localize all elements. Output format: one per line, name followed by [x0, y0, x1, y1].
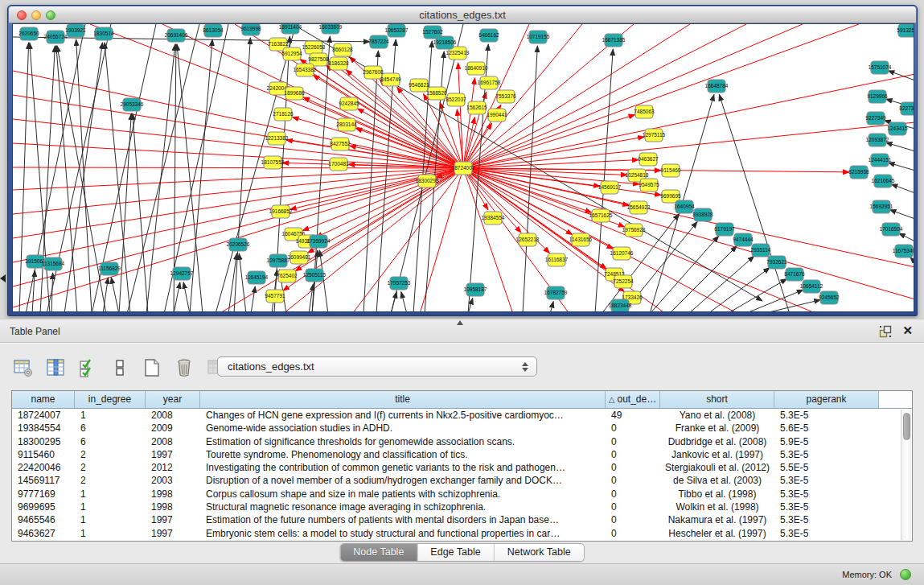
show-columns-icon[interactable]: [45, 357, 66, 378]
graph-node[interactable]: 16543382: [294, 64, 317, 76]
graph-node[interactable]: 5912954: [281, 47, 302, 60]
graph-node[interactable]: 11156829: [98, 262, 121, 275]
memory-ok-indicator-icon[interactable]: [900, 569, 911, 580]
graph-node[interactable]: 12213383: [265, 132, 289, 145]
graph-node[interactable]: 6466162: [478, 29, 499, 42]
table-row[interactable]: 1456911722003Disruption of a novel membe…: [12, 474, 912, 487]
graph-node[interactable]: 2935114: [751, 244, 771, 257]
table-row[interactable]: 911546021997Tourette syndrome. Phenomeno…: [12, 448, 912, 461]
table-row[interactable]: 946554611997Estimation of the future num…: [12, 513, 912, 526]
column-header-out_de[interactable]: △out_de…: [606, 391, 660, 408]
graph-node[interactable]: 10958187: [464, 283, 487, 296]
graph-node[interactable]: 8186328: [328, 57, 349, 70]
graph-node[interactable]: 11675340: [893, 245, 914, 257]
graph-node[interactable]: 18107552: [261, 156, 285, 169]
graph-node[interactable]: 10653287: [385, 24, 409, 37]
graph-node[interactable]: 17359924: [307, 235, 331, 248]
graph-node[interactable]: 1700481: [328, 158, 349, 171]
table-scrollbar-thumb[interactable]: [903, 413, 910, 440]
network-window-titlebar[interactable]: citations_edges.txt: [9, 6, 916, 23]
graph-node[interactable]: 9474444: [733, 233, 754, 246]
graph-node[interactable]: 1562615: [466, 101, 487, 114]
table-options-icon[interactable]: [13, 357, 34, 378]
graph-node[interactable]: 1640954: [674, 200, 695, 213]
tab-network-table[interactable]: Network Table: [495, 544, 584, 561]
table-row[interactable]: 946362711997Embryonic stem cells: a mode…: [12, 527, 912, 540]
graph-node[interactable]: 19218506: [433, 36, 457, 49]
table-row[interactable]: 1872400712008Changes of HCN gene express…: [12, 409, 912, 422]
column-header-pagerank[interactable]: pagerank: [774, 391, 879, 408]
graph-node[interactable]: 16782759: [544, 286, 568, 299]
graph-node[interactable]: 18300295: [416, 175, 439, 187]
table-source-select[interactable]: citations_edges.txt: [217, 356, 537, 377]
graph-node[interactable]: 9245652: [819, 291, 840, 304]
graph-node[interactable]: 1990441: [487, 109, 507, 122]
graph-node[interactable]: 7625402: [277, 270, 298, 282]
graph-node[interactable]: 5913254: [897, 24, 914, 37]
graph-node[interactable]: 12093872: [866, 134, 889, 146]
graph-node[interactable]: 20206526: [227, 238, 250, 251]
graph-node[interactable]: 15692951: [870, 200, 893, 213]
graph-node[interactable]: 8613054: [203, 24, 224, 37]
select-all-columns-icon[interactable]: [77, 357, 98, 378]
graph-node[interactable]: 1903921: [65, 24, 86, 37]
graph-node[interactable]: 18911404: [279, 24, 302, 34]
graph-node[interactable]: 16961758: [478, 76, 501, 89]
table-row[interactable]: 1938455462009Genome-wide association stu…: [12, 422, 912, 435]
graph-node[interactable]: 16033809: [319, 24, 343, 34]
graph-node[interactable]: 15226058: [302, 41, 326, 54]
graph-node[interactable]: 19166852: [269, 205, 293, 218]
graph-node[interactable]: 9463627: [638, 153, 659, 166]
graph-node[interactable]: 24055724: [44, 31, 68, 43]
graph-node[interactable]: 18640910: [465, 62, 488, 75]
graph-node[interactable]: 8427552: [330, 138, 351, 150]
graph-node[interactable]: 1830514: [93, 27, 114, 40]
panel-divider-grip-icon[interactable]: [457, 320, 463, 325]
column-header-name[interactable]: name: [12, 391, 75, 408]
table-row[interactable]: 977716911998Corpus callosum shape and si…: [12, 488, 912, 501]
graph-node[interactable]: 16571625: [589, 209, 613, 222]
graph-node[interactable]: 12975115: [643, 129, 666, 142]
network-view-canvas[interactable]: 1872400771638228660128591295415226058982…: [12, 23, 914, 312]
graph-node[interactable]: 9619998: [240, 24, 261, 35]
graph-node[interactable]: 10654112: [800, 280, 823, 293]
graph-node[interactable]: 7252254: [613, 275, 634, 288]
graph-node[interactable]: 9115460: [661, 164, 681, 177]
graph-node[interactable]: 1243415: [887, 122, 908, 135]
graph-node[interactable]: 11315684: [42, 257, 65, 270]
graph-node[interactable]: 8660128: [332, 43, 353, 56]
graph-node[interactable]: 16120746: [610, 247, 634, 260]
graph-node[interactable]: 15751074: [869, 61, 892, 74]
graph-node[interactable]: 19756928: [622, 224, 646, 237]
table-scrollbar[interactable]: [901, 410, 911, 540]
graph-node[interactable]: 11431656: [569, 233, 593, 246]
graph-node[interactable]: 11645194: [245, 271, 269, 284]
graph-node[interactable]: 17016504: [880, 223, 903, 236]
column-header-title[interactable]: title: [200, 391, 606, 408]
graph-node[interactable]: 1588520: [426, 87, 447, 100]
column-header-in_degree[interactable]: in_degree: [75, 391, 146, 408]
graph-node[interactable]: 16671385: [602, 34, 626, 47]
graph-node[interactable]: 12652218: [516, 233, 540, 246]
tab-edge-table[interactable]: Edge Table: [417, 544, 494, 561]
graph-node[interactable]: 2620650: [18, 27, 39, 40]
graph-node[interactable]: 29053346: [121, 98, 144, 111]
graph-node[interactable]: 8938928: [692, 208, 713, 221]
graph-node[interactable]: 9129966: [867, 90, 888, 103]
table-row[interactable]: 1830029562008Estimation of significance …: [12, 435, 912, 448]
graph-node[interactable]: 9242845: [339, 97, 359, 110]
graph-node[interactable]: 12505115: [303, 269, 326, 282]
graph-node[interactable]: 9457791: [265, 290, 285, 303]
graph-node[interactable]: 8471676: [784, 268, 805, 281]
graph-node[interactable]: 12942757: [170, 267, 194, 280]
graph-node[interactable]: 16210645: [872, 175, 895, 187]
close-panel-icon[interactable]: ✕: [902, 323, 913, 338]
graph-node[interactable]: 9549575: [639, 179, 659, 192]
graph-node[interactable]: 15654923: [627, 201, 651, 214]
graph-node[interactable]: 8227343: [899, 102, 914, 115]
graph-node[interactable]: 6179197: [714, 223, 735, 236]
graph-node[interactable]: 12444151: [869, 154, 892, 167]
delete-columns-icon[interactable]: [174, 357, 195, 378]
table-row[interactable]: 2242004622012Investigating the contribut…: [12, 461, 912, 474]
graph-node[interactable]: 8522037: [446, 93, 466, 106]
